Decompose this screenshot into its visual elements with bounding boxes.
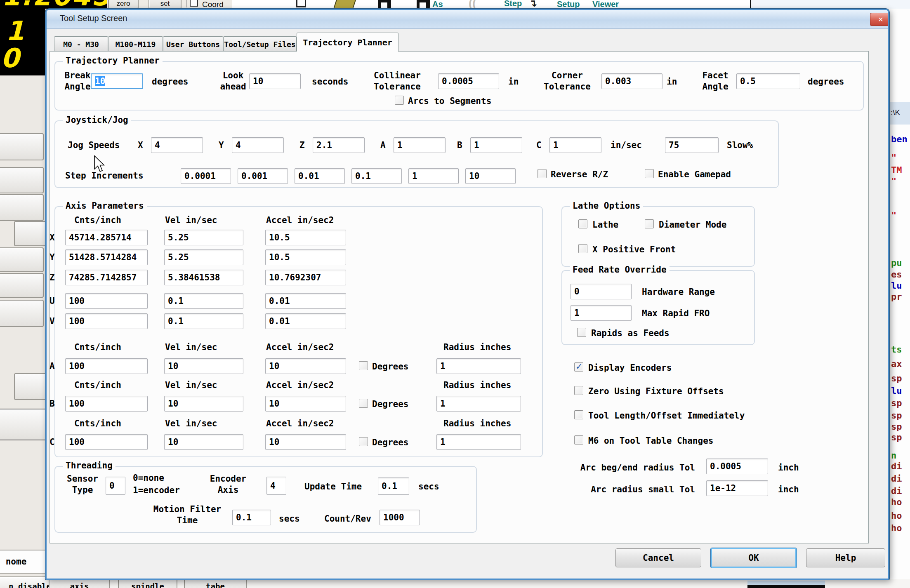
tab-user-buttons[interactable]: User Buttons [163, 36, 223, 52]
partial-button [0, 133, 44, 160]
dro-digit: 1 [6, 16, 24, 46]
coord-checkbox[interactable] [190, 0, 198, 7]
save-icon[interactable] [378, 0, 391, 8]
code-fragment: lu [891, 280, 902, 291]
axis-button-label: axis [70, 582, 89, 588]
tab-trajectory-planner[interactable]: Trajectory Planner [297, 33, 398, 52]
code-fragment: ho [891, 497, 902, 507]
code-fragment: di [891, 486, 902, 496]
code-fragment: ts [891, 344, 902, 355]
table-button-label: tabe [206, 582, 225, 588]
code-fragment: di [891, 461, 902, 471]
partial-button [0, 167, 44, 193]
editor-path: :\K [891, 108, 900, 117]
code-fragment: " [891, 210, 896, 221]
coord-label: Coord [202, 0, 224, 9]
tab-label: M100-M119 [116, 40, 156, 49]
code-fragment: TM [891, 165, 902, 175]
code-fragment: " [891, 176, 896, 186]
partial-button [0, 194, 44, 221]
tab-m100-m119[interactable]: M100-M119 [108, 36, 163, 52]
save-as-label[interactable]: As [432, 0, 443, 9]
dro-top-strip: 1.2045 [0, 0, 108, 9]
screen: 1 0 1.2045 nome zero set Coord As (( Ste… [0, 0, 910, 588]
tab-tool-setup-files[interactable]: Tool/Setup Files [223, 36, 297, 52]
zero-button[interactable]: zero [108, 0, 139, 9]
code-fragment: sp [891, 410, 902, 421]
dro-panel: 1 0 [0, 0, 45, 75]
partial-button [0, 409, 49, 440]
partial-button [0, 273, 44, 298]
code-fragment: n [891, 450, 896, 461]
toolbar-checkbox[interactable] [296, 0, 306, 7]
code-fragment: sp [891, 398, 902, 408]
tab-m0-m30[interactable]: M0 - M30 [54, 36, 108, 52]
code-fragment: di [891, 473, 902, 484]
code-fragment: ho [891, 523, 902, 533]
partial-button [0, 300, 44, 327]
close-icon: ✕ [878, 16, 883, 24]
tab-panel [50, 51, 869, 543]
code-fragment: pr [891, 292, 902, 302]
spindle-button-label: spindle [131, 582, 164, 588]
title-bar[interactable]: Tool Setup Screen ✕ [47, 10, 888, 29]
tab-label: Trajectory Planner [303, 38, 392, 47]
code-fragment: pu [891, 258, 902, 268]
partial-button [0, 247, 44, 272]
toolbar-strip [232, 0, 751, 9]
home-button-label: nome [6, 557, 27, 567]
save-icon-inner [381, 2, 387, 8]
code-fragment: ben [891, 134, 908, 144]
code-fragment: " [891, 153, 896, 163]
close-button[interactable]: ✕ [870, 13, 889, 26]
home-button[interactable]: nome [0, 550, 47, 574]
code-fragment: es [891, 269, 902, 280]
code-fragment: ho [891, 510, 902, 521]
dro-digit: 0 [1, 43, 19, 73]
code-fragment: lu [891, 386, 902, 396]
code-fragment: sp [891, 373, 902, 383]
code-fragment: sp [891, 432, 902, 442]
setup-label[interactable]: Setup [557, 0, 580, 9]
set-button[interactable]: set [149, 0, 182, 9]
set-button-label: set [160, 0, 170, 8]
tab-label: M0 - M30 [63, 40, 99, 49]
tab-label: Tool/Setup Files [224, 40, 295, 49]
zero-button-label: zero [116, 0, 130, 8]
viewer-label[interactable]: Viewer [592, 0, 619, 9]
step-icon: ↴ [529, 0, 537, 9]
code-fragment: ax [891, 359, 902, 369]
window-title: Tool Setup Screen [60, 14, 127, 23]
dro-readout: 1.2045 [2, 0, 108, 9]
tab-label: User Buttons [166, 40, 220, 49]
toolbar-separator [186, 0, 187, 7]
bottom-fragment-black [747, 585, 825, 588]
save-as-icon[interactable] [417, 0, 430, 8]
editor-title-bar: :\K [889, 102, 910, 125]
step-label[interactable]: Step [504, 0, 522, 8]
toolbar-strip [751, 0, 910, 9]
mouse-cursor [93, 155, 106, 174]
toolbar-divider [750, 0, 751, 8]
save-as-icon-inner [420, 2, 426, 8]
bottom-fragment-blue [747, 581, 825, 585]
code-fragment: sp [891, 421, 902, 432]
